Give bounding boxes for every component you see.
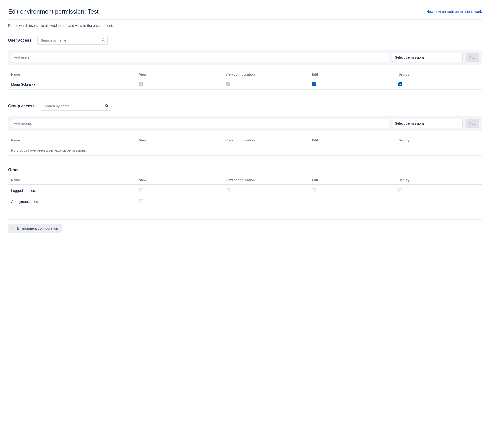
group-add-bar: Select permissions Add bbox=[8, 116, 482, 131]
cell-view-config bbox=[223, 196, 309, 207]
cell-deploy bbox=[395, 185, 482, 196]
cell-edit bbox=[309, 185, 395, 196]
user-permissions-select[interactable]: Select permissions bbox=[392, 53, 463, 62]
cell-name: Maria Sobińska bbox=[8, 79, 136, 90]
add-group-button[interactable]: Add bbox=[466, 119, 479, 128]
group-empty-text: No groups have been given explicit permi… bbox=[8, 145, 482, 156]
th-view-config: View configuration bbox=[223, 70, 309, 79]
user-search-input[interactable] bbox=[37, 36, 108, 45]
cell-view-config bbox=[223, 79, 309, 90]
footer-divider bbox=[8, 219, 482, 220]
add-users-input[interactable] bbox=[11, 53, 389, 62]
add-groups-input[interactable] bbox=[11, 119, 389, 128]
cell-view bbox=[136, 185, 223, 196]
page-description: Define which users are allowed to edit a… bbox=[8, 24, 482, 28]
back-to-config-button[interactable]: Environment configuration bbox=[8, 224, 62, 233]
user-search-wrapper bbox=[37, 36, 108, 45]
th-view: View bbox=[136, 70, 223, 79]
page-header: Edit environment permission: Test How en… bbox=[8, 8, 482, 20]
th-view: View bbox=[136, 176, 223, 185]
cell-edit bbox=[309, 79, 395, 90]
cell-name: Anonymous users bbox=[8, 196, 136, 207]
th-edit: Edit bbox=[309, 70, 395, 79]
user-permissions-select-wrapper: Select permissions bbox=[392, 53, 463, 62]
permission-checkbox bbox=[226, 82, 230, 86]
table-row: Logged in users bbox=[8, 185, 482, 196]
group-permissions-select[interactable]: Select permissions bbox=[392, 119, 463, 128]
permission-checkbox[interactable] bbox=[226, 188, 230, 192]
th-view: View bbox=[136, 136, 223, 145]
user-access-table: Name View View configuration Edit Deploy… bbox=[8, 70, 482, 90]
group-search-input[interactable] bbox=[41, 102, 111, 111]
group-access-title: Group access bbox=[8, 104, 35, 108]
table-row: Anonymous users bbox=[8, 196, 482, 207]
permission-checkbox[interactable] bbox=[139, 188, 143, 192]
th-deploy: Deploy bbox=[395, 176, 482, 185]
cell-view-config bbox=[223, 185, 309, 196]
group-empty-row: No groups have been given explicit permi… bbox=[8, 145, 482, 156]
other-title: Other bbox=[8, 168, 482, 172]
th-name: Name bbox=[8, 176, 136, 185]
back-arrow-icon bbox=[12, 226, 16, 230]
th-view-config: View configuration bbox=[223, 136, 309, 145]
th-name: Name bbox=[8, 70, 136, 79]
cell-deploy bbox=[395, 79, 482, 90]
other-access-table: Name View View configuration Edit Deploy… bbox=[8, 176, 482, 207]
user-access-title: User access bbox=[8, 38, 31, 43]
table-row: Maria Sobińska bbox=[8, 79, 482, 90]
th-name: Name bbox=[8, 136, 136, 145]
cell-edit bbox=[309, 196, 395, 207]
back-button-label: Environment configuration bbox=[17, 226, 58, 230]
user-access-header: User access bbox=[8, 36, 482, 45]
help-link[interactable]: How environment permissions work bbox=[426, 10, 482, 14]
cell-view bbox=[136, 196, 223, 207]
cell-name: Logged in users bbox=[8, 185, 136, 196]
permission-checkbox[interactable] bbox=[398, 82, 402, 86]
th-view-config: View configuration bbox=[223, 176, 309, 185]
th-deploy: Deploy bbox=[395, 136, 482, 145]
permission-checkbox[interactable] bbox=[312, 188, 316, 192]
group-search-wrapper bbox=[41, 102, 111, 111]
group-permissions-select-wrapper: Select permissions bbox=[392, 119, 463, 128]
user-add-bar: Select permissions Add bbox=[8, 50, 482, 65]
other-section: Other Name View View configuration Edit … bbox=[8, 168, 482, 207]
permission-checkbox[interactable] bbox=[398, 188, 402, 192]
cell-deploy bbox=[395, 196, 482, 207]
page-title: Edit environment permission: Test bbox=[8, 8, 99, 15]
permission-checkbox[interactable] bbox=[139, 199, 143, 203]
cell-view bbox=[136, 79, 223, 90]
add-user-button[interactable]: Add bbox=[466, 53, 479, 62]
permission-checkbox bbox=[139, 82, 143, 86]
group-access-header: Group access bbox=[8, 102, 482, 111]
permission-checkbox[interactable] bbox=[312, 82, 316, 86]
th-edit: Edit bbox=[309, 176, 395, 185]
group-access-table: Name View View configuration Edit Deploy… bbox=[8, 136, 482, 156]
th-deploy: Deploy bbox=[395, 70, 482, 79]
th-edit: Edit bbox=[309, 136, 395, 145]
